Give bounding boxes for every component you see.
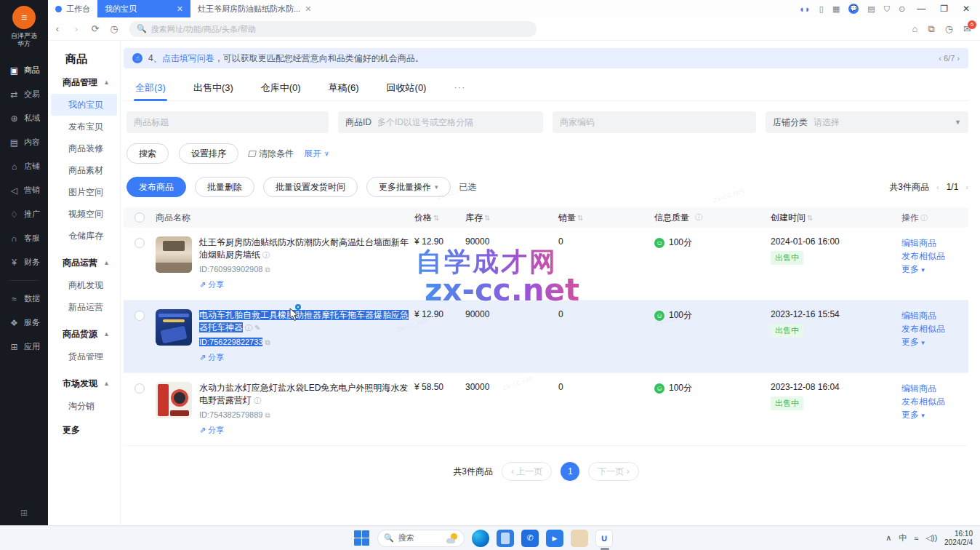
pages-icon[interactable]: ⧉ (928, 24, 934, 33)
video-app-icon[interactable]: ▶ (546, 530, 563, 547)
sidebar-item-goods-management[interactable]: 货品管理 (48, 346, 120, 367)
select-all-checkbox[interactable] (134, 212, 145, 223)
sidebar-item-services[interactable]: ❖服务 (0, 311, 48, 335)
tab-recycle-bin[interactable]: 回收站(0) (385, 77, 428, 100)
home-icon[interactable]: ⌂ (912, 24, 918, 33)
row-checkbox[interactable] (134, 311, 145, 321)
start-button[interactable] (354, 530, 370, 546)
tab-my-products[interactable]: 我的宝贝✕ (97, 0, 190, 17)
copy-icon[interactable]: ⧉ (265, 266, 270, 274)
sidebar-item-goods[interactable]: ▣商品 (0, 58, 48, 82)
product-title-input[interactable] (134, 117, 321, 127)
edit-product-link[interactable]: 编辑商品 (901, 309, 968, 322)
sidebar-item-my-products[interactable]: 我的宝贝 (51, 94, 117, 116)
clear-filters-button[interactable]: 清除条件 (249, 148, 294, 160)
more-actions-link[interactable]: 更多 ▾ (901, 263, 968, 276)
nav-section-market-discovery[interactable]: 市场发现▲ (48, 372, 120, 395)
prev-page-button[interactable]: ‹ 上一页 (502, 462, 552, 481)
maximize-button[interactable]: ❐ (937, 4, 951, 14)
column-price[interactable]: 价格⇅ (414, 212, 465, 224)
sidebar-collapse-icon[interactable]: ⊞ (0, 508, 48, 518)
network-icon[interactable]: ≈ (914, 534, 918, 543)
row-checkbox[interactable] (134, 238, 145, 248)
phone-icon[interactable]: ▯ (819, 5, 824, 13)
nav-section-goods-management[interactable]: 商品管理▲ (48, 71, 120, 94)
taskbar-search[interactable]: 🔍 搜索 (377, 530, 465, 547)
column-sales[interactable]: 销量⇅ (558, 212, 654, 224)
store-logo[interactable]: ≡ (12, 6, 36, 29)
sidebar-item-opportunity-discovery[interactable]: 商机发现 (48, 274, 120, 296)
column-created[interactable]: 创建时间⇅ (771, 212, 901, 224)
refresh-button[interactable]: ⟳ (86, 23, 105, 34)
product-id-input[interactable] (377, 117, 536, 127)
more-actions-link[interactable]: 更多 ▾ (901, 335, 968, 349)
sidebar-item-image-space[interactable]: 图片空间 (48, 181, 120, 203)
tab-on-sale[interactable]: 出售中(3) (192, 77, 235, 100)
sidebar-item-apps[interactable]: ⊞应用 (0, 335, 48, 359)
product-thumbnail[interactable] (156, 382, 192, 418)
grid-icon[interactable]: ▦ (832, 5, 840, 13)
search-button[interactable]: 搜索 (126, 143, 169, 164)
tab-workbench[interactable]: 工作台 (48, 0, 97, 17)
tab-in-warehouse[interactable]: 仓库中(0) (260, 77, 302, 100)
sidebar-item-tao-distribution[interactable]: 淘分销 (48, 395, 120, 417)
sidebar-item-promotion[interactable]: ♢推广 (0, 202, 48, 226)
publish-product-button[interactable]: 发布商品 (126, 177, 186, 197)
product-title[interactable]: 水动力盐水灯应急灯盐水袋LED免充电户外照明海水发电野营露营灯ⓘ (199, 382, 414, 407)
forward-button[interactable]: › (67, 23, 86, 34)
clock-icon[interactable]: ◷ (945, 24, 953, 33)
product-thumbnail[interactable] (156, 309, 192, 346)
banner-pager[interactable]: ‹ 6/7 › (939, 54, 960, 63)
sidebar-item-customer-service[interactable]: ∩客服 (0, 226, 48, 250)
row-checkbox[interactable] (134, 383, 145, 394)
close-tab-icon[interactable]: ✕ (305, 4, 311, 14)
qianniu-app-icon[interactable]: ∪ (595, 530, 613, 547)
publish-similar-link[interactable]: 发布相似品 (901, 250, 968, 263)
info-icon[interactable]: ⓘ (920, 214, 928, 222)
edit-product-link[interactable]: 编辑商品 (901, 382, 968, 395)
survey-link[interactable]: 点击填写问卷 (162, 53, 214, 63)
info-icon[interactable]: ⓘ (695, 212, 702, 223)
close-button[interactable]: ✕ (960, 4, 973, 14)
edit-product-link[interactable]: 编辑商品 (901, 236, 968, 250)
product-title[interactable]: 灶王爷厨房防油贴纸防水防潮防火耐高温灶台墙面新年油烟贴厨房墙纸ⓘ (199, 236, 414, 261)
sidebar-item-warehouse-stock[interactable]: 仓储库存 (48, 225, 120, 247)
sidebar-item-new-product-operation[interactable]: 新品运营 (48, 296, 120, 318)
next-page-button[interactable]: 下一页 › (588, 462, 638, 481)
share-link[interactable]: ⇗分享 (199, 279, 414, 291)
sidebar-item-trade[interactable]: ⇄交易 (0, 82, 48, 106)
history-icon[interactable]: ◷ (105, 23, 124, 34)
publish-similar-link[interactable]: 发布相似品 (901, 395, 968, 408)
expand-filters-button[interactable]: 展开∨ (304, 148, 329, 160)
sidebar-item-content[interactable]: ▤内容 (0, 130, 48, 154)
address-search-bar[interactable]: 🔍 (129, 21, 537, 37)
close-tab-icon[interactable]: ✕ (177, 4, 183, 14)
tab-more[interactable]: ··· (452, 77, 467, 100)
nav-section-goods-operation[interactable]: 商品运营▲ (48, 251, 120, 274)
edit-icon[interactable]: ✎ (254, 324, 260, 332)
sidebar-item-marketing[interactable]: ◁营销 (0, 178, 48, 202)
product-title-field[interactable] (126, 111, 329, 133)
merchant-code-input[interactable] (560, 117, 749, 127)
address-search-input[interactable] (151, 25, 529, 33)
sidebar-more[interactable]: 更多 (48, 417, 120, 437)
phone-app-icon[interactable] (497, 530, 514, 547)
sidebar-item-shop[interactable]: ⌂店铺 (0, 154, 48, 178)
chat-app-icon[interactable]: ✆ (521, 530, 539, 547)
page-1-button[interactable]: 1 (561, 462, 579, 481)
prev-page-icon[interactable]: ‹ (936, 183, 939, 191)
taskbar-clock[interactable]: 16:10 2024/2/4 (944, 530, 973, 547)
tray-chevron-up-icon[interactable]: ∧ (885, 533, 891, 543)
product-title[interactable]: 电动车扎胎自救工具橡胶助推器摩托车拖车器爆胎应急器托车神器ⓘ✎ (199, 309, 414, 334)
more-actions-link[interactable]: 更多 ▾ (901, 408, 968, 422)
copy-icon[interactable]: ⧉ (265, 411, 270, 419)
share-link[interactable]: ⇗分享 (199, 351, 414, 364)
qianniu-cat-icon[interactable]: ◖◗ (799, 4, 811, 14)
sidebar-item-shop-decoration[interactable]: 商品装修 (48, 138, 120, 159)
publish-similar-link[interactable]: 发布相似品 (901, 322, 968, 335)
edge-browser-icon[interactable] (472, 530, 489, 547)
sidebar-item-finance[interactable]: ¥财务 (0, 250, 48, 274)
chat-icon[interactable]: 💬 (848, 4, 859, 14)
batch-delete-button[interactable]: 批量删除 (195, 177, 254, 197)
product-id-field[interactable]: 商品ID (338, 111, 543, 133)
